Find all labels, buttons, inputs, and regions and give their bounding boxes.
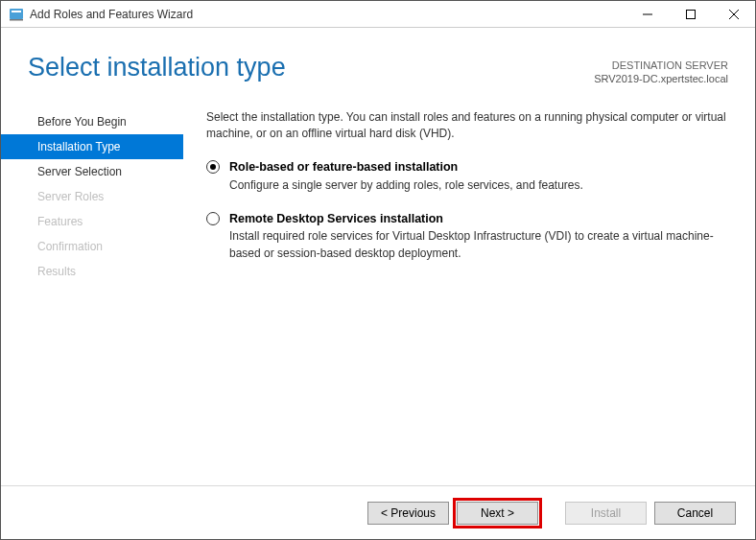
- sidebar: Before You Begin Installation Type Serve…: [1, 96, 183, 485]
- nav-server-selection[interactable]: Server Selection: [1, 159, 183, 184]
- install-button: Install: [565, 502, 647, 525]
- body: Before You Begin Installation Type Serve…: [1, 96, 755, 485]
- destination-server-info: DESTINATION SERVER SRV2019-DC.xpertstec.…: [594, 53, 728, 86]
- previous-button[interactable]: < Previous: [367, 502, 449, 525]
- maximize-button[interactable]: [669, 1, 712, 28]
- nav-before-you-begin[interactable]: Before You Begin: [1, 109, 183, 134]
- app-icon: [9, 7, 24, 22]
- nav-installation-type[interactable]: Installation Type: [1, 134, 183, 159]
- page-title: Select installation type: [28, 53, 286, 82]
- nav-results: Results: [1, 259, 183, 284]
- window-title: Add Roles and Features Wizard: [30, 8, 626, 21]
- header: Select installation type DESTINATION SER…: [1, 28, 755, 96]
- option-role-based-title: Role-based or feature-based installation: [229, 159, 728, 175]
- radio-icon: [206, 212, 220, 225]
- option-role-based[interactable]: Role-based or feature-based installation…: [206, 159, 728, 194]
- titlebar: Add Roles and Features Wizard: [1, 1, 755, 28]
- svg-rect-4: [686, 10, 695, 18]
- option-remote-desktop[interactable]: Remote Desktop Services installation Ins…: [206, 211, 728, 262]
- close-button[interactable]: [712, 1, 755, 28]
- nav-features: Features: [1, 209, 183, 234]
- svg-rect-0: [10, 9, 23, 19]
- option-remote-desktop-desc: Install required role services for Virtu…: [229, 228, 728, 262]
- cancel-button[interactable]: Cancel: [654, 502, 736, 525]
- wizard-window: Add Roles and Features Wizard Select ins…: [0, 0, 756, 540]
- destination-label: DESTINATION SERVER: [594, 59, 728, 72]
- content-pane: Select the installation type. You can in…: [183, 96, 755, 485]
- option-role-based-desc: Configure a single server by adding role…: [229, 177, 728, 194]
- minimize-button[interactable]: [626, 1, 669, 28]
- window-controls: [626, 1, 755, 28]
- svg-rect-2: [10, 19, 23, 21]
- intro-text: Select the installation type. You can in…: [206, 109, 728, 143]
- next-button[interactable]: Next >: [457, 502, 538, 525]
- footer: < Previous Next > Install Cancel: [1, 485, 755, 539]
- svg-rect-1: [12, 11, 21, 12]
- destination-value: SRV2019-DC.xpertstec.local: [594, 72, 728, 85]
- radio-icon: [206, 160, 220, 174]
- option-remote-desktop-title: Remote Desktop Services installation: [229, 211, 728, 226]
- nav-server-roles: Server Roles: [1, 184, 183, 209]
- nav-confirmation: Confirmation: [1, 234, 183, 259]
